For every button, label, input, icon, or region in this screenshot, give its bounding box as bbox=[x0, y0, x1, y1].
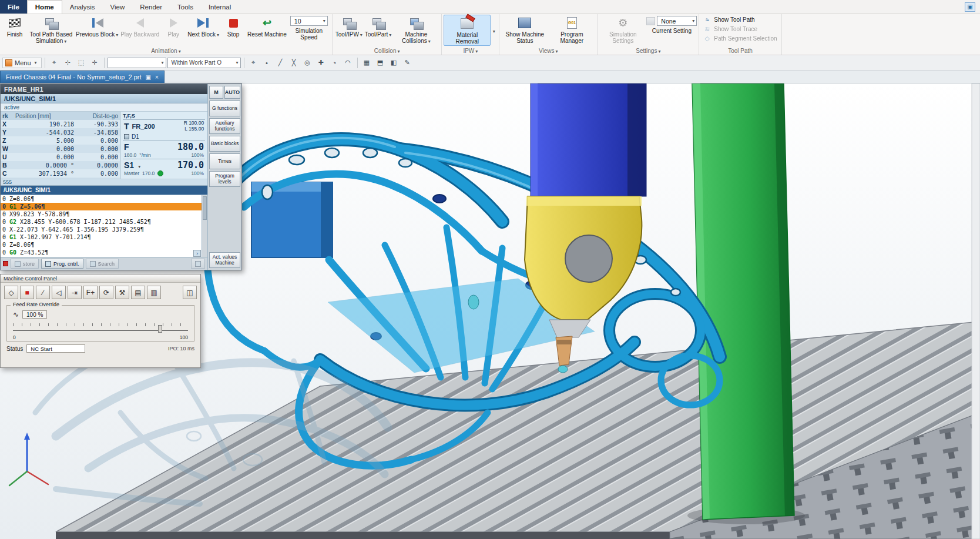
point-icon[interactable]: • bbox=[261, 57, 273, 68]
simulation-settings-button[interactable]: ⚙ Simulation Settings bbox=[599, 15, 646, 45]
show-machine-status-button[interactable]: Show Machine Status bbox=[501, 15, 548, 45]
machine-key[interactable]: M bbox=[209, 86, 223, 99]
close-tab-icon[interactable]: × bbox=[155, 74, 159, 81]
center-icon[interactable]: ◎ bbox=[301, 57, 314, 68]
program-line[interactable]: 0 G2 X28.455 Y-600.678 I-187.212 J485.45… bbox=[1, 218, 202, 226]
group-label-settings[interactable]: Settings▾ bbox=[599, 48, 697, 55]
gear-icon: ⚙ bbox=[618, 18, 627, 28]
show-tool-path-toggle[interactable]: ≈ Show Tool Path bbox=[701, 15, 779, 24]
tool-part-button[interactable]: Tool/Part▾ bbox=[364, 15, 392, 39]
snap-point-icon[interactable]: ⊹ bbox=[62, 57, 74, 68]
auto-mode-key[interactable]: AUTO bbox=[224, 86, 240, 99]
program-line[interactable]: 0 Z=8.06¶ bbox=[1, 241, 202, 249]
view-cube-icon[interactable]: ⬒ bbox=[374, 57, 387, 68]
highlight-icon[interactable]: ✛ bbox=[89, 57, 101, 68]
extra-softkey[interactable] bbox=[191, 259, 205, 269]
group-label-animation[interactable]: Animation▾ bbox=[2, 48, 330, 55]
softkey-act-values[interactable]: Act. values Machine bbox=[209, 252, 240, 268]
program-line[interactable]: 0 X99.823 Y-578.89¶ bbox=[1, 210, 202, 218]
finish-button[interactable]: Finish bbox=[2, 15, 28, 38]
group-label-views[interactable]: Views▾ bbox=[501, 48, 595, 55]
tab-render[interactable]: Render bbox=[132, 0, 170, 14]
block-end-button[interactable]: ◁ bbox=[52, 286, 66, 299]
stop-button[interactable]: Stop bbox=[220, 15, 246, 38]
group-label-ipw[interactable]: IPW▾ bbox=[444, 48, 497, 55]
single-block-button[interactable]: ∕ bbox=[36, 286, 50, 299]
detach-tab-icon[interactable]: ▣ bbox=[145, 74, 150, 81]
softkey-g-functions[interactable]: G functions bbox=[209, 101, 240, 116]
save-as-button[interactable]: ▥ bbox=[147, 286, 161, 299]
program-scrollbar[interactable] bbox=[202, 195, 207, 257]
program-line[interactable]: 0 G1 X-102.997 Y-701.214¶ bbox=[1, 233, 202, 241]
material-removal-dropdown[interactable]: ▾ bbox=[491, 15, 497, 48]
group-label-collision[interactable]: Collision▾ bbox=[334, 48, 440, 55]
part-tab[interactable]: Fixed Chassis 04 Final - No Symm_setup_2… bbox=[0, 71, 165, 83]
axis-row: C307.1934 °0.000 bbox=[1, 169, 120, 178]
tab-home[interactable]: Home bbox=[27, 0, 62, 14]
next-block-button[interactable]: Next Block▾ bbox=[186, 15, 220, 39]
plus-icon[interactable]: ✚ bbox=[315, 57, 327, 68]
program-manager-button[interactable]: G01 Program Manager bbox=[548, 15, 595, 45]
scroll-right-button[interactable]: › bbox=[193, 250, 201, 257]
tool-path-based-simulation-button[interactable]: Tool Path Based Simulation▾ bbox=[28, 15, 75, 45]
arc-icon[interactable]: ◠ bbox=[342, 57, 354, 68]
shaded-view-icon[interactable]: ◧ bbox=[388, 57, 400, 68]
save-button[interactable]: ▤ bbox=[131, 286, 145, 299]
play-backward-button[interactable]: Play Backward bbox=[119, 15, 160, 38]
tool-ipw-button[interactable]: Tool/IPW▾ bbox=[334, 15, 364, 39]
line-icon[interactable]: ╱ bbox=[274, 57, 287, 68]
status-field[interactable]: NC Start bbox=[26, 344, 85, 353]
play-button[interactable]: Play bbox=[160, 15, 186, 38]
program-line[interactable]: 0 G0 Z=43.52¶ bbox=[1, 249, 202, 256]
prog-control-softkey[interactable]: Prog. cntrl. bbox=[41, 259, 83, 269]
nc-start-button[interactable]: ◇ bbox=[4, 286, 18, 299]
machine-func-button[interactable]: ⚒ bbox=[115, 286, 129, 299]
snap-menu-icon[interactable]: ⌖ bbox=[247, 57, 260, 68]
machine-collisions-button[interactable]: Machine Collisions▾ bbox=[392, 15, 439, 45]
search-softkey[interactable]: Search bbox=[86, 259, 119, 269]
program-listing[interactable]: 0 Z=8.06¶ 0 G1 Z=5.06¶ 0 X99.823 Y-578.8… bbox=[1, 195, 207, 257]
minimize-ribbon-icon[interactable]: ▣ bbox=[965, 2, 975, 12]
store-softkey[interactable]: store bbox=[11, 259, 39, 269]
softkey-program-levels[interactable]: Program levels bbox=[209, 171, 240, 187]
show-tool-trace-toggle[interactable]: ≋ Show Tool Trace bbox=[701, 24, 779, 34]
simulation-speed-combo[interactable]: 10 ▾ bbox=[290, 16, 328, 26]
tab-analysis[interactable]: Analysis bbox=[62, 0, 103, 14]
program-line-current[interactable]: 0 G1 Z=5.06¶ bbox=[1, 203, 202, 210]
group-caret-icon: ▾ bbox=[475, 49, 478, 54]
touch-mode-icon[interactable]: ⌖ bbox=[48, 57, 61, 68]
tab-internal[interactable]: Internal bbox=[201, 0, 239, 14]
previous-block-button[interactable]: Previous Block▾ bbox=[75, 15, 119, 39]
dropdown-caret-icon: ▾ bbox=[236, 60, 239, 65]
ribbon-group-collision: Tool/IPW▾ Tool/Part▾ Machine Collisions▾… bbox=[333, 14, 442, 55]
selection-scope-combo[interactable]: Within Work Part O ▾ bbox=[167, 58, 241, 68]
program-line[interactable]: 0 X-22.073 Y-642.465 I-356.195 J379.259¶ bbox=[1, 226, 202, 233]
tab-tools[interactable]: Tools bbox=[170, 0, 201, 14]
feed-plus-button[interactable]: F+ bbox=[83, 286, 98, 299]
spindle-button[interactable]: ⟳ bbox=[99, 286, 113, 299]
current-setting-combo[interactable]: None ▾ bbox=[657, 16, 697, 26]
path-segment-selection-toggle[interactable]: ◇ Path Segment Selection bbox=[701, 34, 779, 43]
split-view-button[interactable]: ◫ bbox=[183, 286, 197, 299]
tab-file[interactable]: File bbox=[0, 0, 27, 14]
program-path: /UKS/UNC_SIM/1 bbox=[1, 186, 207, 195]
softkey-aux-functions[interactable]: Auxiliary functions bbox=[209, 118, 240, 134]
jump-to-button[interactable]: ⇥ bbox=[68, 286, 82, 299]
nc-stop-button[interactable]: ■ bbox=[20, 286, 34, 299]
intersection-icon[interactable]: ╳ bbox=[288, 57, 300, 68]
part-tab-title: Fixed Chassis 04 Final - No Symm_setup_2… bbox=[6, 73, 141, 81]
menu-button[interactable]: Menu ▾ bbox=[2, 58, 42, 68]
softkey-basic-blocks[interactable]: Basic blocks bbox=[209, 136, 240, 152]
selection-rect-icon[interactable]: ⬚ bbox=[75, 57, 88, 68]
reset-machine-button[interactable]: ↩ Reset Machine bbox=[246, 15, 288, 38]
tab-view[interactable]: View bbox=[103, 0, 133, 14]
quadrant-icon[interactable]: ◔ bbox=[328, 57, 341, 68]
softkey-times[interactable]: Times bbox=[209, 153, 240, 169]
selection-filter-combo[interactable]: ▾ bbox=[108, 58, 166, 68]
program-line[interactable]: 0 Z=8.06¶ bbox=[1, 195, 202, 203]
grid-icon[interactable]: ▦ bbox=[361, 57, 373, 68]
edit-display-icon[interactable]: ✎ bbox=[401, 57, 414, 68]
material-removal-button[interactable]: Material Removal bbox=[444, 15, 491, 46]
slider-thumb[interactable] bbox=[158, 325, 162, 333]
feed-override-slider[interactable] bbox=[13, 323, 188, 334]
